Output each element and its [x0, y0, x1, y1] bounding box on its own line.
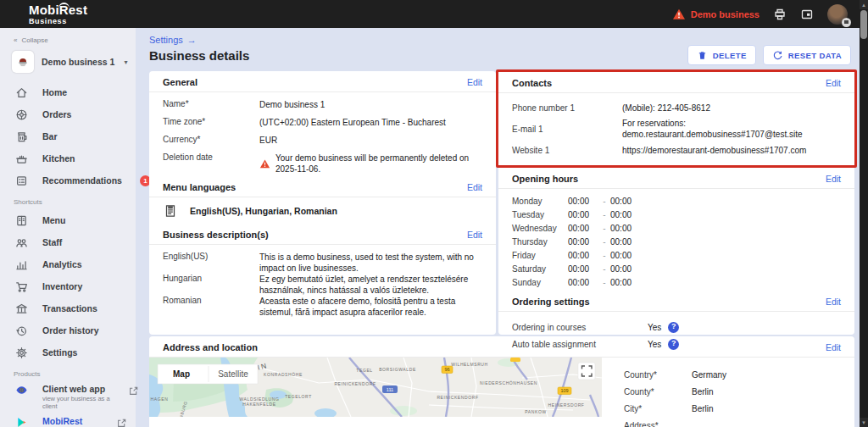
avatar-status-badge	[842, 18, 851, 27]
descriptions-edit-link[interactable]: Edit	[467, 230, 482, 240]
contacts-section-header: Contacts Edit	[498, 72, 854, 93]
address-edit-link[interactable]: Edit	[826, 342, 841, 352]
reset-data-button[interactable]: RESET DATA	[763, 45, 851, 65]
opening-hours-row: Wednesday00:00-00:00	[512, 221, 841, 235]
trash-icon	[697, 50, 708, 61]
scrollbar-up-arrow[interactable]: ▲	[860, 0, 868, 9]
recommendations-icon	[15, 175, 28, 187]
opening-hours-title: Opening hours	[512, 174, 578, 184]
scrollbar-thumb[interactable]	[860, 10, 867, 39]
ordering-settings-rows: Ordering in courses Yes? Auto table assi…	[498, 312, 854, 354]
display-icon[interactable]	[800, 8, 814, 21]
contacts-row-phone: Phone number 1 (Mobile): 212-405-8612	[512, 97, 841, 118]
opening-hours-section-header: Opening hours Edit	[498, 168, 854, 189]
sidebar-item-label: Recommendations	[42, 175, 122, 186]
google-map[interactable]: 111 96 109 BERLIN KONRADSHÖHE TEGEL BORS…	[149, 358, 602, 417]
descriptions-section-header: Business description(s) Edit	[149, 224, 496, 245]
menu-languages-section-header: Menu languages Edit	[149, 176, 496, 197]
sidebar-item-bar[interactable]: Bar	[0, 125, 136, 147]
sidebar-item-kitchen[interactable]: Kitchen	[0, 147, 136, 169]
external-link-icon	[116, 418, 127, 427]
reset-button-label: RESET DATA	[788, 51, 842, 60]
website-link[interactable]: https://demorestaurant-demobusiness#1707…	[622, 145, 841, 156]
auto-table-assignment-row: Auto table assignment Yes?	[512, 336, 841, 352]
map-canvas: 111 96 109 BERLIN KONRADSHÖHE TEGEL BORS…	[149, 358, 602, 417]
contacts-edit-link[interactable]: Edit	[826, 78, 841, 88]
general-edit-link[interactable]: Edit	[467, 77, 482, 87]
pos-printer-icon[interactable]	[773, 8, 787, 21]
menu-languages-title: Menu languages	[163, 182, 236, 192]
sidebar-item-analytics[interactable]: Analytics	[0, 253, 136, 275]
opening-hours-row: Tuesday00:00-00:00	[512, 208, 841, 221]
sidebar-item-inventory[interactable]: Inventory	[0, 275, 136, 297]
menu-languages-row: English(US), Hungarian, Romanian	[149, 197, 496, 224]
svg-text:96: 96	[444, 367, 449, 372]
sidebar-item-label: Menu	[42, 215, 65, 225]
address-row-address: Address*	[624, 417, 854, 427]
svg-text:REINICKENDORF: REINICKENDORF	[334, 381, 376, 386]
mobirest-connect-label: MobiRest Connect	[42, 416, 102, 427]
svg-text:111: 111	[387, 387, 393, 392]
shortcuts-section-label: Shortcuts	[0, 191, 136, 209]
sidebar-item-orders[interactable]: Orders	[0, 103, 136, 125]
svg-text:HAGEN: HAGEN	[151, 396, 169, 402]
user-avatar[interactable]	[827, 4, 848, 25]
description-row-english: English(US) This is a demo business, use…	[163, 252, 482, 274]
sidebar-item-mobirest-connect[interactable]: MobiRest Connect	[0, 413, 136, 427]
staff-icon	[15, 236, 28, 249]
sidebar-item-order-history[interactable]: Order history	[0, 319, 136, 341]
left-panel: General Edit Name* Demo business 1 Time …	[149, 71, 496, 335]
sidebar-item-settings[interactable]: Settings	[0, 341, 136, 363]
page-scrollbar[interactable]: ▲ ▼	[860, 0, 868, 427]
client-web-app-label: Client web app	[42, 384, 114, 394]
business-logo	[12, 51, 34, 73]
sidebar-item-label: Staff	[42, 237, 62, 247]
opening-hours-edit-link[interactable]: Edit	[826, 174, 841, 184]
menu-languages-edit-link[interactable]: Edit	[467, 182, 482, 192]
opening-hours-row: Thursday00:00-00:00	[512, 235, 841, 248]
delete-button-label: DELETE	[713, 51, 747, 60]
sidebar-item-client-web-app[interactable]: Client web app view your business as a c…	[0, 381, 136, 413]
brand-sub: Business	[29, 18, 87, 25]
delete-button[interactable]: DELETE	[687, 45, 756, 65]
address-row-city: City* Berlin	[624, 400, 854, 417]
description-row-romanian: Romanian Aceasta este o afacere demo, fo…	[163, 296, 482, 318]
map-type-map-button[interactable]: Map	[173, 369, 190, 379]
scrollbar-down-arrow[interactable]: ▼	[860, 418, 868, 427]
general-row-name: Name* Demo business 1	[163, 99, 482, 117]
svg-text:BORSIGWALDE: BORSIGWALDE	[379, 367, 416, 372]
sidebar-item-home[interactable]: Home	[0, 81, 136, 103]
sidebar-item-recommendations[interactable]: Recommendations 1	[0, 169, 136, 191]
warning-triangle-icon	[672, 8, 686, 21]
reset-icon	[772, 50, 783, 61]
ordering-settings-edit-link[interactable]: Edit	[826, 297, 841, 307]
home-icon	[15, 86, 28, 99]
orders-icon	[15, 108, 28, 121]
help-icon[interactable]: ?	[668, 322, 679, 333]
collapse-sidebar-button[interactable]: « Collapse	[14, 36, 136, 44]
sidebar-item-menu[interactable]: Menu	[0, 209, 136, 231]
map-fullscreen-button[interactable]	[578, 363, 595, 380]
contacts-row-website: Website 1 https://demorestaurant-demobus…	[512, 140, 841, 160]
help-icon[interactable]: ?	[668, 339, 679, 350]
svg-text:KONRADSHÖHE: KONRADSHÖHE	[264, 372, 303, 377]
analytics-icon	[15, 258, 28, 271]
collapse-label: Collapse	[21, 36, 47, 44]
warning-triangle-icon	[259, 158, 270, 169]
svg-text:TEGEL: TEGEL	[356, 368, 372, 373]
breadcrumb[interactable]: Settings →	[149, 35, 197, 45]
top-bar: MobiRest Business Demo business	[0, 0, 868, 28]
sidebar-item-staff[interactable]: Staff	[0, 231, 136, 253]
breadcrumb-settings[interactable]: Settings	[149, 35, 183, 45]
app-window: MobiRest Business Demo business « Collap…	[0, 0, 868, 427]
sidebar-item-label: Order history	[42, 325, 99, 336]
svg-text:NIEDERSCHÖNHAUSEN: NIEDERSCHÖNHAUSEN	[480, 380, 537, 385]
map-type-satellite-button[interactable]: Satellite	[218, 369, 248, 379]
address-title: Address and location	[163, 342, 258, 352]
opening-hours-row: Sunday00:00-00:00	[512, 275, 841, 289]
contacts-section-highlighted: Contacts Edit Phone number 1 (Mobile): 2…	[496, 69, 857, 168]
business-selector[interactable]: Demo business 1 ▾	[12, 49, 136, 75]
sidebar-item-transactions[interactable]: Transactions	[0, 297, 136, 319]
menu-book-icon	[15, 214, 28, 227]
client-web-app-sublabel: view your business as a client	[42, 395, 114, 411]
